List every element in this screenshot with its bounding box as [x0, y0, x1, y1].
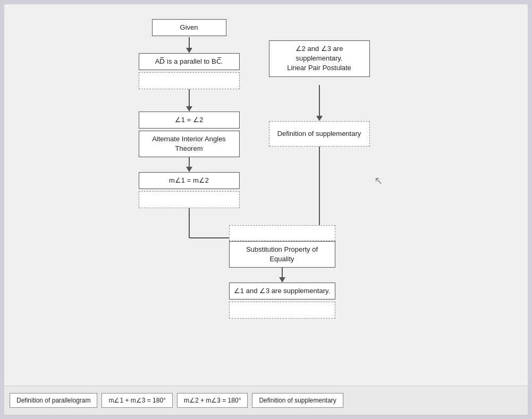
bottom-bar: Definition of parallelogram m∠1 + m∠3 = …: [4, 386, 528, 415]
alt-interior-box: Alternate Interior Angles Theorem: [139, 131, 240, 157]
cursor-icon: ↖: [374, 174, 383, 187]
m1-eq-m2-reason-box: [139, 191, 240, 208]
svg-marker-3: [186, 106, 192, 112]
angle1-supp3-reason-box: [229, 302, 335, 319]
angle1-eq-2-box: ∠1 = ∠2: [139, 112, 240, 129]
angle2-supp3-box: ∠2 and ∠3 aresupplementary.Linear Pair P…: [269, 40, 370, 77]
subst-reason-box: [229, 225, 335, 241]
given-box: Given: [152, 19, 226, 36]
main-panel: Given AD̅ is a parallel to BC̅. ∠1 = ∠2 …: [4, 4, 528, 415]
svg-marker-15: [279, 277, 285, 283]
ad-parallel-box: AD̅ is a parallel to BC̅.: [139, 53, 240, 70]
subst-prop-box: Substitution Property of Equality: [229, 241, 335, 268]
flowchart-container: Given AD̅ is a parallel to BC̅. ∠1 = ∠2 …: [107, 15, 426, 376]
m2-m3-180-button[interactable]: m∠2 + m∠3 = 180°: [177, 393, 248, 408]
def-supp-box: Definition of supplementary: [269, 121, 370, 147]
svg-marker-5: [186, 167, 192, 172]
def-supplementary-button[interactable]: Definition of supplementary: [252, 393, 343, 408]
def-parallelogram-button[interactable]: Definition of parallelogram: [10, 393, 97, 408]
m1-m3-180-button[interactable]: m∠1 + m∠3 = 180°: [102, 393, 173, 408]
angle1-supp3-box: ∠1 and ∠3 are supplementary.: [229, 283, 335, 300]
flowchart-area: Given AD̅ is a parallel to BC̅. ∠1 = ∠2 …: [4, 4, 528, 383]
ad-parallel-reason-box: [139, 72, 240, 89]
svg-marker-1: [186, 48, 192, 53]
svg-marker-10: [316, 116, 323, 121]
m1-eq-m2-box: m∠1 = m∠2: [139, 172, 240, 189]
